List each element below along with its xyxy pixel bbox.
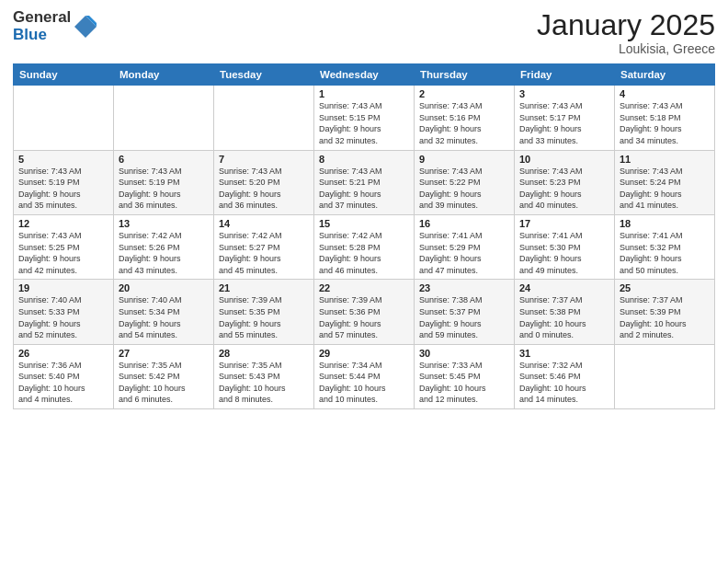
calendar-cell: 23Sunrise: 7:38 AM Sunset: 5:37 PM Dayli… bbox=[415, 280, 515, 344]
location-subtitle: Loukisia, Greece bbox=[537, 41, 715, 56]
calendar-cell: 29Sunrise: 7:34 AM Sunset: 5:44 PM Dayli… bbox=[314, 344, 415, 408]
calendar-table: SundayMondayTuesdayWednesdayThursdayFrid… bbox=[13, 63, 715, 409]
day-number: 15 bbox=[319, 218, 409, 229]
weekday-header: Wednesday bbox=[314, 64, 415, 86]
calendar-week-row: 12Sunrise: 7:43 AM Sunset: 5:25 PM Dayli… bbox=[14, 214, 715, 279]
day-detail: Sunrise: 7:35 AM Sunset: 5:42 PM Dayligh… bbox=[119, 360, 209, 406]
calendar-week-row: 1Sunrise: 7:43 AM Sunset: 5:15 PM Daylig… bbox=[14, 86, 715, 150]
day-detail: Sunrise: 7:37 AM Sunset: 5:39 PM Dayligh… bbox=[620, 294, 710, 340]
day-detail: Sunrise: 7:38 AM Sunset: 5:37 PM Dayligh… bbox=[419, 294, 509, 340]
weekday-header: Saturday bbox=[615, 64, 715, 86]
calendar-cell: 26Sunrise: 7:36 AM Sunset: 5:40 PM Dayli… bbox=[14, 344, 114, 408]
day-detail: Sunrise: 7:39 AM Sunset: 5:35 PM Dayligh… bbox=[219, 294, 309, 340]
day-detail: Sunrise: 7:42 AM Sunset: 5:28 PM Dayligh… bbox=[319, 230, 409, 276]
day-number: 13 bbox=[119, 218, 209, 229]
calendar-cell: 7Sunrise: 7:43 AM Sunset: 5:20 PM Daylig… bbox=[214, 150, 314, 214]
day-detail: Sunrise: 7:43 AM Sunset: 5:21 PM Dayligh… bbox=[319, 166, 409, 212]
day-detail: Sunrise: 7:39 AM Sunset: 5:36 PM Dayligh… bbox=[319, 294, 409, 340]
day-number: 11 bbox=[620, 154, 710, 165]
day-detail: Sunrise: 7:43 AM Sunset: 5:20 PM Dayligh… bbox=[219, 166, 309, 212]
calendar-cell: 28Sunrise: 7:35 AM Sunset: 5:43 PM Dayli… bbox=[214, 344, 314, 408]
calendar-week-row: 26Sunrise: 7:36 AM Sunset: 5:40 PM Dayli… bbox=[14, 344, 715, 408]
calendar-cell: 13Sunrise: 7:42 AM Sunset: 5:26 PM Dayli… bbox=[114, 214, 214, 279]
day-number: 14 bbox=[219, 218, 309, 229]
day-detail: Sunrise: 7:43 AM Sunset: 5:22 PM Dayligh… bbox=[419, 166, 509, 212]
day-detail: Sunrise: 7:43 AM Sunset: 5:16 PM Dayligh… bbox=[419, 100, 509, 146]
title-block: January 2025 Loukisia, Greece bbox=[537, 9, 715, 56]
calendar-cell: 17Sunrise: 7:41 AM Sunset: 5:30 PM Dayli… bbox=[515, 214, 615, 279]
calendar-cell: 16Sunrise: 7:41 AM Sunset: 5:29 PM Dayli… bbox=[415, 214, 515, 279]
day-number: 10 bbox=[519, 154, 609, 165]
calendar-cell: 19Sunrise: 7:40 AM Sunset: 5:33 PM Dayli… bbox=[14, 280, 114, 344]
day-number: 19 bbox=[18, 282, 108, 293]
calendar-cell: 18Sunrise: 7:41 AM Sunset: 5:32 PM Dayli… bbox=[615, 214, 715, 279]
day-number: 5 bbox=[18, 154, 108, 165]
calendar-cell bbox=[615, 344, 715, 408]
calendar-cell: 22Sunrise: 7:39 AM Sunset: 5:36 PM Dayli… bbox=[314, 280, 415, 344]
day-detail: Sunrise: 7:34 AM Sunset: 5:44 PM Dayligh… bbox=[319, 360, 409, 406]
day-detail: Sunrise: 7:40 AM Sunset: 5:33 PM Dayligh… bbox=[18, 294, 108, 340]
day-number: 6 bbox=[119, 154, 209, 165]
day-number: 3 bbox=[519, 88, 609, 99]
calendar-cell: 3Sunrise: 7:43 AM Sunset: 5:17 PM Daylig… bbox=[515, 86, 615, 150]
day-number: 7 bbox=[219, 154, 309, 165]
day-detail: Sunrise: 7:43 AM Sunset: 5:24 PM Dayligh… bbox=[620, 166, 710, 212]
day-detail: Sunrise: 7:41 AM Sunset: 5:30 PM Dayligh… bbox=[519, 230, 609, 276]
day-number: 8 bbox=[319, 154, 409, 165]
day-detail: Sunrise: 7:43 AM Sunset: 5:17 PM Dayligh… bbox=[519, 100, 609, 146]
day-number: 28 bbox=[219, 348, 309, 359]
day-detail: Sunrise: 7:33 AM Sunset: 5:45 PM Dayligh… bbox=[419, 360, 509, 406]
day-number: 18 bbox=[620, 218, 710, 229]
calendar-cell: 14Sunrise: 7:42 AM Sunset: 5:27 PM Dayli… bbox=[214, 214, 314, 279]
calendar-cell: 11Sunrise: 7:43 AM Sunset: 5:24 PM Dayli… bbox=[615, 150, 715, 214]
calendar-cell: 12Sunrise: 7:43 AM Sunset: 5:25 PM Dayli… bbox=[14, 214, 114, 279]
weekday-header: Monday bbox=[114, 64, 214, 86]
day-detail: Sunrise: 7:43 AM Sunset: 5:19 PM Dayligh… bbox=[18, 166, 108, 212]
logo-general: General bbox=[13, 9, 71, 27]
calendar-cell: 27Sunrise: 7:35 AM Sunset: 5:42 PM Dayli… bbox=[114, 344, 214, 408]
calendar-week-row: 19Sunrise: 7:40 AM Sunset: 5:33 PM Dayli… bbox=[14, 280, 715, 344]
day-number: 25 bbox=[620, 282, 710, 293]
day-detail: Sunrise: 7:43 AM Sunset: 5:18 PM Dayligh… bbox=[620, 100, 710, 146]
day-detail: Sunrise: 7:43 AM Sunset: 5:15 PM Dayligh… bbox=[319, 100, 409, 146]
calendar-cell: 4Sunrise: 7:43 AM Sunset: 5:18 PM Daylig… bbox=[615, 86, 715, 150]
calendar-cell: 21Sunrise: 7:39 AM Sunset: 5:35 PM Dayli… bbox=[214, 280, 314, 344]
day-number: 17 bbox=[519, 218, 609, 229]
weekday-header-row: SundayMondayTuesdayWednesdayThursdayFrid… bbox=[14, 64, 715, 86]
calendar-cell: 8Sunrise: 7:43 AM Sunset: 5:21 PM Daylig… bbox=[314, 150, 415, 214]
day-detail: Sunrise: 7:41 AM Sunset: 5:29 PM Dayligh… bbox=[419, 230, 509, 276]
day-detail: Sunrise: 7:37 AM Sunset: 5:38 PM Dayligh… bbox=[519, 294, 609, 340]
logo-blue: Blue bbox=[13, 27, 71, 44]
weekday-header: Thursday bbox=[415, 64, 515, 86]
day-number: 23 bbox=[419, 282, 509, 293]
day-number: 29 bbox=[319, 348, 409, 359]
day-number: 31 bbox=[519, 348, 609, 359]
day-number: 2 bbox=[419, 88, 509, 99]
calendar-cell: 9Sunrise: 7:43 AM Sunset: 5:22 PM Daylig… bbox=[415, 150, 515, 214]
day-number: 16 bbox=[419, 218, 509, 229]
day-number: 27 bbox=[119, 348, 209, 359]
day-detail: Sunrise: 7:42 AM Sunset: 5:27 PM Dayligh… bbox=[219, 230, 309, 276]
page: General Blue January 2025 Loukisia, Gree… bbox=[0, 0, 728, 563]
calendar-cell bbox=[14, 86, 114, 150]
logo: General Blue bbox=[13, 9, 98, 43]
day-detail: Sunrise: 7:43 AM Sunset: 5:25 PM Dayligh… bbox=[18, 230, 108, 276]
day-number: 26 bbox=[18, 348, 108, 359]
day-number: 1 bbox=[319, 88, 409, 99]
calendar-cell: 24Sunrise: 7:37 AM Sunset: 5:38 PM Dayli… bbox=[515, 280, 615, 344]
svg-marker-0 bbox=[74, 16, 97, 38]
day-number: 30 bbox=[419, 348, 509, 359]
calendar-cell: 2Sunrise: 7:43 AM Sunset: 5:16 PM Daylig… bbox=[415, 86, 515, 150]
calendar-cell: 6Sunrise: 7:43 AM Sunset: 5:19 PM Daylig… bbox=[114, 150, 214, 214]
day-detail: Sunrise: 7:43 AM Sunset: 5:23 PM Dayligh… bbox=[519, 166, 609, 212]
day-number: 20 bbox=[119, 282, 209, 293]
weekday-header: Sunday bbox=[14, 64, 114, 86]
calendar-cell: 20Sunrise: 7:40 AM Sunset: 5:34 PM Dayli… bbox=[114, 280, 214, 344]
calendar-week-row: 5Sunrise: 7:43 AM Sunset: 5:19 PM Daylig… bbox=[14, 150, 715, 214]
calendar-cell: 31Sunrise: 7:32 AM Sunset: 5:46 PM Dayli… bbox=[515, 344, 615, 408]
day-detail: Sunrise: 7:36 AM Sunset: 5:40 PM Dayligh… bbox=[18, 360, 108, 406]
day-number: 21 bbox=[219, 282, 309, 293]
calendar-cell: 30Sunrise: 7:33 AM Sunset: 5:45 PM Dayli… bbox=[415, 344, 515, 408]
weekday-header: Friday bbox=[515, 64, 615, 86]
day-number: 9 bbox=[419, 154, 509, 165]
